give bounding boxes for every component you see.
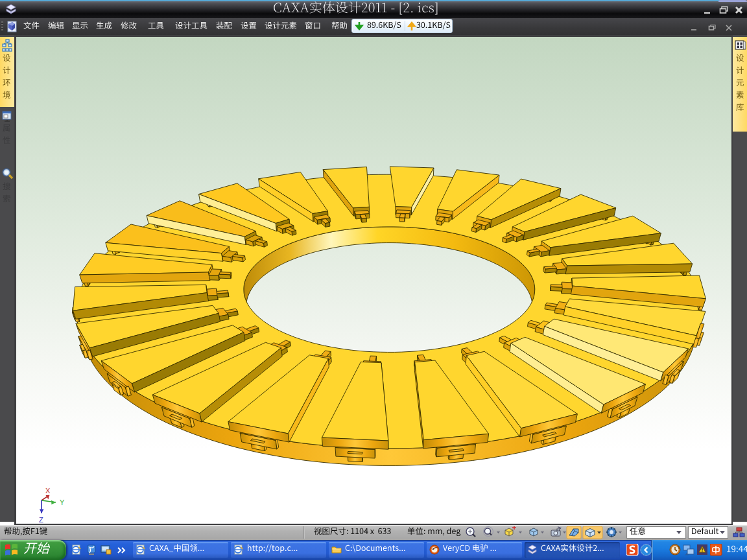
svg-text:Z: Z xyxy=(39,516,43,524)
svg-text:X: X xyxy=(45,487,51,495)
svg-text:Y: Y xyxy=(60,498,65,506)
